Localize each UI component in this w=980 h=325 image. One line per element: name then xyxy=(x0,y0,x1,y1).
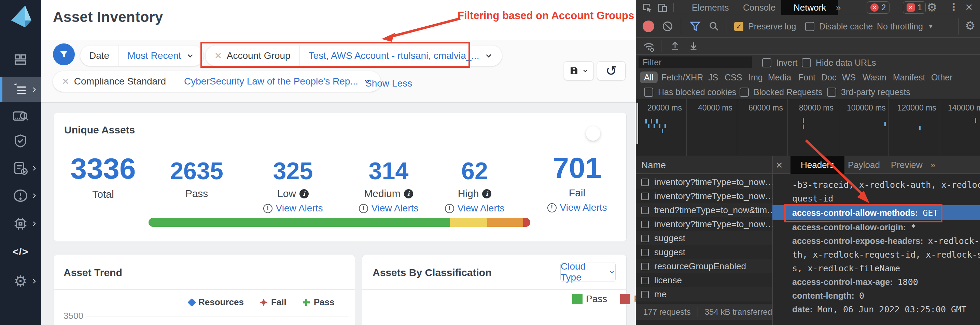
checkbox-icon xyxy=(740,88,749,97)
request-row[interactable]: resourceGroupEnabled xyxy=(636,259,772,273)
device-toolbar-icon[interactable] xyxy=(657,2,668,13)
network-settings-icon[interactable]: ⚙ xyxy=(965,20,975,32)
request-row[interactable]: suggest xyxy=(636,231,772,245)
sidebar-item-code[interactable]: </> xyxy=(0,240,41,264)
timeline-tick: 100000 ms xyxy=(847,103,886,112)
sidebar-item-dashboard[interactable] xyxy=(0,48,41,72)
timeline-handle[interactable] xyxy=(636,102,638,144)
third-party-requests-toggle[interactable]: 3rd-party requests xyxy=(827,87,910,97)
compliance-filter-value[interactable]: CyberSecurity Law of the People's Rep... xyxy=(184,76,358,87)
close-detail-icon[interactable]: ✕ xyxy=(775,160,783,171)
filter-button[interactable] xyxy=(53,43,75,65)
type-filter-all[interactable]: All xyxy=(640,72,658,83)
alert-icon: ! xyxy=(263,204,272,213)
more-detail-tabs-icon[interactable]: » xyxy=(926,156,940,174)
search-icon[interactable] xyxy=(708,21,720,32)
sidebar-item-inventory[interactable] xyxy=(0,77,41,102)
checkbox-checked-icon: ✓ xyxy=(734,22,743,31)
request-row[interactable]: suggest xyxy=(636,245,772,259)
classification-title: Assets By Classification xyxy=(372,267,492,279)
network-filter-input[interactable] xyxy=(638,56,752,68)
sidebar-item-alerts[interactable] xyxy=(0,183,41,208)
alert-circle-icon xyxy=(13,188,28,203)
filter-chip-date[interactable]: Date Most Recent xyxy=(80,45,204,66)
remove-filter-icon[interactable]: ✕ xyxy=(62,76,69,87)
view-alerts-medium[interactable]: ! View Alerts xyxy=(359,203,418,214)
export-har-icon[interactable] xyxy=(688,40,699,52)
type-filter-manifest[interactable]: Manifest xyxy=(893,70,925,85)
info-icon[interactable]: i xyxy=(482,189,492,199)
filter-chip-compliance[interactable]: ✕ Compliance Standard CyberSecurity Law … xyxy=(53,71,381,92)
view-alerts-high[interactable]: ! View Alerts xyxy=(445,203,505,214)
sidebar-item-settings[interactable]: ⚙ xyxy=(0,269,41,293)
tab-preview[interactable]: Preview xyxy=(886,156,927,174)
import-har-icon[interactable] xyxy=(669,40,681,52)
show-less-link[interactable]: Show Less xyxy=(365,78,412,89)
type-filter-font[interactable]: Font xyxy=(798,70,815,85)
view-alerts-fail[interactable]: ! View Alerts xyxy=(547,202,607,213)
request-row[interactable]: inventory?timeType=to_now… xyxy=(636,175,772,189)
reset-filters-button[interactable]: ↺ xyxy=(597,61,625,80)
cloud-type-dropdown[interactable]: Cloud Type xyxy=(560,262,616,282)
stat-medium: 314 Medium i ! View Alerts xyxy=(341,159,436,214)
close-devtools-icon[interactable]: ✕ xyxy=(965,2,973,13)
tab-console[interactable]: Console xyxy=(738,0,780,15)
legend-pass[interactable]: Pass xyxy=(302,297,335,307)
inspect-icon[interactable] xyxy=(642,2,653,13)
save-filter-button[interactable] xyxy=(564,61,594,80)
type-filter-other[interactable]: Other xyxy=(931,70,953,85)
disable-cache-toggle[interactable]: Disable cache xyxy=(805,22,873,32)
sidebar-item-investigate[interactable] xyxy=(0,104,41,129)
blocked-requests-toggle[interactable]: Blocked Requests xyxy=(740,87,822,97)
more-tabs-icon[interactable]: » xyxy=(831,0,845,15)
issues-badge[interactable]: ✕ 1 xyxy=(903,2,926,14)
hide-data-urls-toggle[interactable]: Hide data URLs xyxy=(802,58,876,68)
date-filter-label: Date xyxy=(89,50,109,61)
sidebar-item-compute[interactable] xyxy=(0,211,41,236)
preserve-log-toggle[interactable]: ✓ Preserve log xyxy=(734,22,796,32)
legend-pass[interactable]: Pass xyxy=(572,293,607,304)
sidebar-item-policies[interactable] xyxy=(0,129,41,153)
help-bubble[interactable] xyxy=(586,126,600,141)
chevron-down-icon xyxy=(608,268,615,276)
has-blocked-cookies-toggle[interactable]: Has blocked cookies xyxy=(644,87,736,97)
invert-toggle[interactable]: Invert xyxy=(762,58,798,68)
request-row[interactable]: inventory?timeType=to_now… xyxy=(636,189,772,203)
alert-icon: ! xyxy=(359,204,368,213)
sidebar-item-compliance[interactable] xyxy=(0,156,41,181)
tab-elements[interactable]: Elements xyxy=(687,0,733,15)
type-filter-wasm[interactable]: Wasm xyxy=(862,70,886,85)
kebab-menu-icon[interactable]: ⋮ xyxy=(948,1,959,13)
type-filter-ws[interactable]: WS xyxy=(842,70,856,85)
record-icon[interactable] xyxy=(643,21,654,32)
throttling-dropdown[interactable]: No throttling ▼ xyxy=(877,22,934,32)
clear-icon[interactable] xyxy=(662,21,673,32)
date-filter-value[interactable]: Most Recent xyxy=(127,50,181,61)
legend-resources[interactable]: Resources xyxy=(189,297,244,307)
stat-medium-value: 314 xyxy=(369,159,409,183)
type-filter-js[interactable]: JS xyxy=(708,70,718,85)
network-conditions-icon[interactable] xyxy=(643,40,655,53)
request-row[interactable]: trend?timeType=to_now&tim… xyxy=(636,203,772,217)
error-badge[interactable]: ✕ 2 xyxy=(867,2,889,14)
filter-funnel-icon[interactable] xyxy=(689,20,702,32)
type-filter-img[interactable]: Img xyxy=(748,70,763,85)
request-checkbox-icon xyxy=(641,235,649,242)
type-filter-media[interactable]: Media xyxy=(768,70,791,85)
type-filter-doc[interactable]: Doc xyxy=(821,70,836,85)
stat-high: 62 High i ! View Alerts xyxy=(427,159,522,214)
pass-marker-icon xyxy=(302,298,310,307)
type-filter-fetch-xhr[interactable]: Fetch/XHR xyxy=(662,70,703,85)
request-row[interactable]: license xyxy=(636,273,772,287)
tab-network[interactable]: Network xyxy=(781,0,838,15)
request-row[interactable]: me xyxy=(636,287,772,301)
info-icon[interactable]: i xyxy=(299,189,309,199)
legend-fail[interactable]: Fail xyxy=(259,297,286,307)
info-icon[interactable]: i xyxy=(404,189,413,199)
type-filter-css[interactable]: CSS xyxy=(725,70,742,85)
name-column-header[interactable]: Name xyxy=(641,160,666,171)
devtools-settings-icon[interactable]: ⚙ xyxy=(927,2,937,13)
request-row[interactable]: inventory?timeType=to_now… xyxy=(636,217,772,231)
network-toolbar: ✓ Preserve log Disable cache No throttli… xyxy=(636,15,980,38)
view-alerts-low[interactable]: ! View Alerts xyxy=(263,203,323,214)
